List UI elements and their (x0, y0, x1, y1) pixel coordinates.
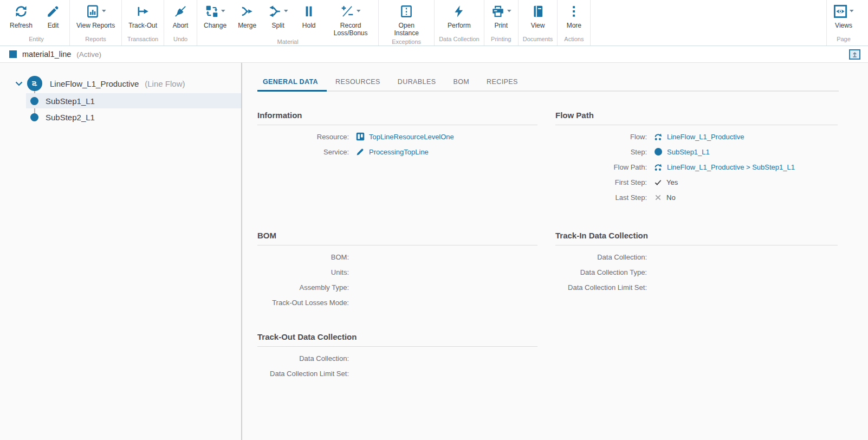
field-step: Step: SubStep1_L1 (555, 144, 838, 159)
tree-root-lineflow[interactable]: LineFlow_L1_Productive (Line Flow) (0, 75, 241, 92)
tree-item-substep1[interactable]: SubStep1_L1 (26, 93, 241, 108)
tab-durables[interactable]: DURABLES (389, 77, 445, 90)
resource-link[interactable]: TopLineResourceLevelOne (356, 132, 454, 141)
print-icon (491, 4, 505, 18)
button-label: Views (835, 22, 852, 29)
field-label: Data Collection Type: (555, 268, 654, 276)
toolbar-spacer (591, 0, 826, 46)
first-step-text: Yes (666, 178, 678, 186)
views-button[interactable]: Views (828, 0, 859, 35)
resource-icon (356, 132, 365, 141)
toolbar-group-undo: Abort Undo (164, 0, 197, 46)
abort-button[interactable]: Abort (165, 0, 196, 35)
toolbar-group-label: Data Collection (436, 35, 483, 46)
hold-button[interactable]: Hold (294, 0, 324, 37)
toolbar-group-label: Page (828, 35, 859, 46)
tab-resources[interactable]: RESOURCES (327, 77, 389, 90)
field-to-data-collection-limit-set: Data Collection Limit Set: (257, 366, 537, 381)
button-label: Split (271, 22, 284, 29)
flow-link[interactable]: LineFlow_L1_Productive (654, 132, 744, 141)
refresh-button[interactable]: Refresh (4, 0, 38, 35)
service-link[interactable]: ProcessingTopLine (356, 147, 429, 156)
pop-out-icon (851, 51, 858, 57)
step-link[interactable]: SubStep1_L1 (654, 147, 710, 156)
step-icon (654, 147, 663, 156)
main-area: LineFlow_L1_Productive (Line Flow) SubSt… (0, 63, 868, 440)
field-label: BOM: (257, 253, 356, 261)
resource-link-text: TopLineResourceLevelOne (369, 133, 454, 141)
flow-link-text: LineFlow_L1_Productive (667, 133, 744, 141)
entity-title: material1_line (22, 50, 71, 59)
view-documents-button[interactable]: View (523, 0, 553, 35)
button-label: Record Loss/Bonus (329, 22, 372, 37)
view-reports-button[interactable]: View Reports (71, 0, 120, 35)
more-dots-icon (567, 4, 581, 18)
field-ti-data-collection: Data Collection: (555, 249, 838, 264)
button-label: View Reports (76, 22, 115, 29)
field-ti-data-collection-type: Data Collection Type: (555, 264, 838, 280)
toolbar-group-label: Reports (71, 35, 120, 46)
general-data-grid: Information Resource: TopLineResourceLev… (257, 111, 839, 381)
merge-icon (240, 4, 254, 18)
field-units: Units: (257, 264, 537, 280)
toolbar-group-label: Actions (559, 35, 589, 46)
merge-button[interactable]: Merge (232, 0, 262, 37)
x-icon (654, 193, 662, 202)
edit-button[interactable]: Edit (38, 0, 68, 35)
toolbar-group-documents: View Documents (519, 0, 558, 46)
section-bom: BOM BOM: Units: Assembly Type: (257, 231, 537, 332)
field-flow-path: Flow Path: LineFlow_L1_Productive > SubS… (555, 159, 838, 174)
record-loss-bonus-button[interactable]: Record Loss/Bonus (324, 0, 377, 37)
button-label: Open Instance (385, 22, 427, 37)
chevron-down-icon (357, 10, 361, 12)
button-label: Track-Out (128, 22, 157, 29)
toolbar-group-label: Undo (165, 35, 196, 46)
open-instance-icon (399, 4, 413, 18)
flow-tree-panel: LineFlow_L1_Productive (Line Flow) SubSt… (0, 63, 242, 440)
tab-bom[interactable]: BOM (444, 77, 478, 90)
flow-circle-icon (27, 76, 42, 91)
chevron-down-icon (221, 10, 225, 12)
open-instance-button[interactable]: Open Instance (380, 0, 433, 37)
chevron-down-icon[interactable] (14, 79, 24, 88)
views-eye-icon (833, 4, 847, 18)
field-label: Track-Out Losses Mode: (257, 299, 356, 307)
toolbar-group-exceptions: Open Instance Exceptions (379, 0, 435, 46)
button-label: Edit (48, 22, 59, 29)
field-label: Flow: (555, 133, 654, 141)
section-flow-path: Flow Path Flow: LineFlow_L1_Productive (555, 111, 838, 231)
flow-path-link[interactable]: LineFlow_L1_Productive > SubStep1_L1 (654, 163, 795, 171)
field-label: Last Step: (555, 193, 654, 202)
field-label: Assembly Type: (257, 283, 356, 292)
button-label: Change (204, 22, 226, 29)
toolbar-group-label: Entity (4, 35, 68, 46)
tab-general-data[interactable]: GENERAL DATA (257, 77, 327, 90)
field-label: Flow Path: (555, 163, 654, 171)
step-circle-icon (30, 97, 38, 105)
edit-icon (46, 4, 60, 18)
button-label: View (531, 22, 545, 29)
pop-out-button[interactable] (849, 49, 860, 60)
field-label: First Step: (555, 178, 654, 186)
last-step-text: No (666, 193, 676, 202)
tab-recipes[interactable]: RECIPES (478, 77, 527, 90)
documents-book-icon (531, 4, 545, 18)
tree-item-substep2[interactable]: SubStep2_L1 (26, 109, 241, 125)
more-button[interactable]: More (559, 0, 589, 35)
section-information: Information Resource: TopLineResourceLev… (257, 111, 537, 231)
section-title: Track-In Data Collection (555, 231, 838, 245)
print-button[interactable]: Print (485, 0, 517, 35)
split-button[interactable]: Split (262, 0, 294, 37)
track-out-button[interactable]: Track-Out (123, 0, 163, 35)
change-button[interactable]: Change (198, 0, 232, 37)
section-track-in-data-collection: Track-In Data Collection Data Collection… (555, 231, 838, 332)
step-link-text: SubStep1_L1 (667, 148, 710, 156)
report-icon (86, 4, 100, 18)
chevron-down-icon (102, 10, 106, 12)
record-loss-bonus-icon (340, 4, 354, 18)
toolbar-group-data-collection: Perform Data Collection (435, 0, 484, 46)
section-title: Information (257, 111, 537, 125)
section-title: Flow Path (555, 111, 838, 125)
perform-button[interactable]: Perform (442, 0, 476, 35)
last-step-value: No (654, 193, 676, 202)
